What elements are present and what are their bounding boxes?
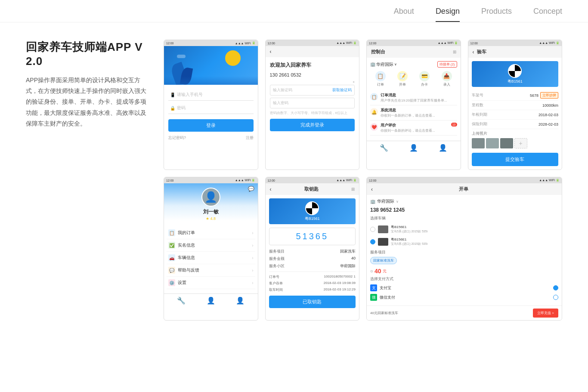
register-link[interactable]: 注册 [246, 135, 254, 141]
menu-order[interactable]: 📋 订单 [370, 71, 390, 87]
open-order-label: 开单 [399, 82, 406, 87]
service-tag[interactable]: 回家标准洗车 [370, 257, 397, 264]
car-plate-s6: 粤B1561 [305, 216, 320, 222]
menu-feedback[interactable]: 💬 帮助与反馈 › [167, 264, 255, 277]
notif-order[interactable]: 📋 订单消息 用户李先生在19:20提择了回家养车服务单... [370, 90, 457, 105]
car-option-2[interactable]: 粤B156E1 宝马5系 (进口) 2015款 535i [370, 235, 558, 248]
arrow-vehicle: › [252, 256, 253, 260]
password-field[interactable]: 🔒 密码 [168, 102, 254, 114]
page-description: APP操作界面采用简单的设计风格和交互方式，在方便技师快速上手操作的同时嵌入强大… [26, 75, 146, 129]
company-icon-s7: 🏢 [370, 199, 375, 204]
expand-icon-s6[interactable]: ⊞ [351, 187, 355, 191]
bottom-nav-tools[interactable]: 🔧 [380, 144, 388, 152]
service-project-label: 服务项目 [370, 250, 558, 255]
feedback-icon: 💬 [168, 267, 175, 274]
car-radio-2[interactable] [370, 239, 375, 244]
key-pickup-title: 取钥匙 [304, 186, 319, 192]
copy-plate-badge[interactable]: 立即抄牌 [540, 92, 558, 99]
submit-car-check-button[interactable]: 提交验车 [472, 153, 559, 166]
notif-system-title: 系统消息 [381, 108, 457, 113]
pay-wechat[interactable]: 微 微信支付 [370, 293, 558, 302]
menu-vehicle-info[interactable]: 🚗 车辆信息 › [167, 252, 255, 264]
status-time-s7: 12:00 [369, 179, 377, 182]
signal-icon-s4: ▲▲▲ WiFi 🔋 [539, 41, 560, 45]
login-button[interactable]: 登录 [168, 119, 254, 132]
insurance-label: 保险到期 [472, 121, 487, 127]
alipay-check[interactable] [553, 285, 558, 290]
bottom-tools-s5[interactable]: 🔧 [177, 296, 186, 305]
wechat-check[interactable] [553, 295, 558, 300]
notif-review[interactable]: ❤️ 用户评价 你接到一条新的评论，请点击查看... 10 [370, 120, 457, 136]
service-item-label-0: 服务项目 [269, 249, 285, 254]
key-code-box: 51365 [269, 228, 356, 245]
photo-3[interactable] [500, 138, 513, 148]
back-button-s7[interactable]: ‹ [371, 186, 373, 192]
add-photo-button[interactable]: + [514, 138, 527, 148]
charge-button[interactable]: 立即充值 > [533, 309, 558, 318]
phone-icon: 📱 [170, 93, 175, 97]
pickup-time-value: 2018-02-03 19:12:29 [324, 287, 356, 292]
bottom-badge-s5[interactable]: 👤 [207, 296, 215, 305]
menu-real-name[interactable]: ✅ 实名信息 › [167, 239, 255, 252]
star-icon: ★ [206, 216, 209, 221]
nav-concept[interactable]: Concept [533, 7, 562, 22]
feedback-menu-label: 帮助与反馈 [178, 267, 199, 273]
pending-orders-badge[interactable]: 待接单 (2) [437, 61, 457, 68]
settings-menu-label: 设置 [178, 280, 186, 286]
open-order-icon: 📝 [397, 71, 408, 81]
new-password-input[interactable]: 输入密码 [270, 98, 355, 108]
wechat-label: 微信支付 [380, 295, 395, 300]
menu-my-orders[interactable]: 📋 我的订单 › [167, 227, 255, 239]
expand-icon[interactable]: ⊞ [453, 49, 456, 54]
back-button-s4[interactable]: ‹ [473, 49, 474, 55]
car-check-title: 验车 [477, 49, 486, 55]
bottom-nav-profile[interactable]: 👤 [439, 144, 447, 152]
phone-number-display: 130 2661 0532 [270, 72, 355, 77]
open-order-title: 开单 [459, 186, 468, 192]
car-select-label: 选择车辆 [370, 216, 558, 221]
wifi-icon: WiFi [245, 42, 251, 45]
customer-phone: 138 9652 1245 [370, 207, 558, 213]
status-time-s1: 12:00 [166, 42, 174, 45]
photo-2[interactable] [486, 138, 499, 148]
car-radio-1[interactable] [370, 227, 375, 232]
forgot-password-link[interactable]: 忘记密码? [168, 135, 186, 141]
got-key-button[interactable]: 已取钥匙 [269, 296, 356, 308]
back-button-s2[interactable]: ‹ [270, 49, 272, 55]
lock-icon: 🔒 [170, 106, 175, 111]
nav-products[interactable]: Products [481, 7, 512, 22]
arrow-feedback: › [252, 268, 253, 273]
battery-icon: 🔋 [252, 41, 256, 45]
page-title: 回家养车技师端APP V 2.0 [26, 40, 146, 68]
photos-label: 上传照片 [472, 131, 559, 136]
menu-card[interactable]: 💳 办卡 [415, 71, 435, 87]
photo-1[interactable] [472, 138, 485, 148]
company-name-s7: 华府国际 [377, 198, 394, 204]
cloud-decoration [177, 55, 186, 58]
menu-entry[interactable]: 📥 录入 [436, 71, 457, 87]
key-car-banner: 粤B1561 [269, 198, 356, 224]
nav-about[interactable]: About [394, 7, 414, 22]
notif-system[interactable]: 🔔 系统消息 你收到一条新的订单，请点击查看... [370, 105, 457, 120]
bottom-profile-s5[interactable]: 👤 [236, 296, 244, 305]
signal-icon-s3: ▲▲▲ WiFi 🔋 [438, 41, 458, 45]
pickup-time-label: 取车时间 [269, 287, 283, 292]
phone-field[interactable]: 📱 请输入手机号 [168, 89, 254, 101]
code-input[interactable]: 输入验证码 获取验证码 [270, 85, 355, 96]
annual-check-label: 年检到期 [472, 112, 487, 117]
notif-order-icon: 📋 [370, 93, 378, 101]
back-button-s6[interactable]: ‹ [270, 186, 272, 192]
nav-design[interactable]: Design [436, 7, 460, 22]
menu-open-order[interactable]: 📝 开单 [392, 71, 412, 87]
alipay-icon: 支 [370, 284, 377, 291]
pay-alipay[interactable]: 支 支付宝 [370, 283, 558, 293]
complete-register-button[interactable]: 完成并登录 [270, 119, 355, 131]
bottom-nav-badge[interactable]: 👤 [409, 144, 418, 152]
get-code-btn[interactable]: 获取验证码 [332, 87, 352, 93]
order-bottom-bar: 40元回家标准洗车 立即充值 > [367, 306, 562, 320]
car-option-1[interactable]: 粤B156E1 宝马5系 (进口) 2015款 535i [370, 223, 558, 235]
chat-icon[interactable]: 💬 [248, 186, 254, 192]
card-icon: 💳 [419, 71, 430, 81]
menu-settings[interactable]: ⚙️ 设置 › [167, 277, 255, 289]
car-image-1 [378, 225, 388, 233]
